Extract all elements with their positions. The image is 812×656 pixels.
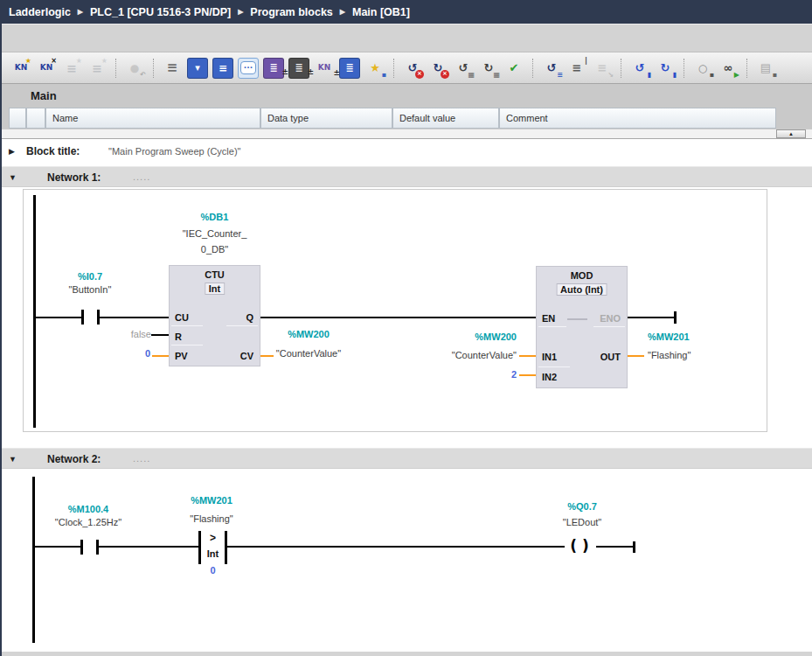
mod-block-title: MOD bbox=[537, 270, 627, 281]
block-name-label: Main bbox=[31, 89, 57, 102]
breadcrumb-item-main-ob1[interactable]: Main [OB1] bbox=[352, 6, 410, 18]
collapse-interface-button[interactable]: ▲ bbox=[776, 129, 806, 138]
pin-out[interactable]: OUT bbox=[600, 352, 621, 362]
toolbar-icon-delete-network[interactable]: KN× bbox=[36, 58, 57, 79]
operand-display-dropdown-icon[interactable]: ± bbox=[307, 67, 314, 76]
network-2-comment-placeholder[interactable]: ..... bbox=[133, 453, 150, 464]
toolbar-icon-go-to-definition[interactable]: ↺≡ bbox=[541, 58, 562, 79]
pin-in2[interactable]: IN2 bbox=[542, 372, 557, 382]
operand-name[interactable]: "CounterValue" bbox=[385, 350, 517, 360]
toolbar-icon-expand-statement[interactable]: ≡| bbox=[566, 58, 587, 79]
ctu-block-type[interactable]: Int bbox=[205, 283, 225, 295]
toolbar-icon-find-and-replace[interactable]: ○▪ bbox=[692, 58, 713, 79]
toolbar-icon-jump-backward[interactable]: ↺▮ bbox=[629, 58, 650, 79]
coil-ledout[interactable]: ( ) bbox=[561, 539, 598, 554]
toolbar-icon-data-block-protection[interactable]: ▤▪ bbox=[755, 58, 776, 79]
breadcrumb-item-program-blocks[interactable]: Program blocks bbox=[250, 6, 332, 18]
operand-name[interactable]: "LEDout" bbox=[530, 517, 635, 527]
comparator-operator[interactable]: > bbox=[198, 532, 227, 544]
toolbar-icon-network-title-display[interactable]: ≣ bbox=[339, 58, 360, 79]
network-2-header[interactable]: ▼ Network 2: ..... bbox=[2, 448, 812, 469]
in2-input-value[interactable]: 2 bbox=[429, 369, 517, 380]
pin-in1[interactable]: IN1 bbox=[542, 352, 557, 362]
contact-clock[interactable] bbox=[80, 540, 99, 555]
toolbar-icon-expand-all-networks[interactable]: ≡ bbox=[212, 58, 233, 79]
pin-cu[interactable]: CU bbox=[175, 312, 189, 323]
interface-splitter[interactable] bbox=[2, 129, 812, 139]
ladder-wire bbox=[596, 546, 634, 548]
comparator-value[interactable]: 0 bbox=[198, 565, 227, 576]
ladder-wire bbox=[34, 546, 80, 548]
toolbar-icon-network-overview[interactable]: ≡ bbox=[162, 58, 183, 79]
header-cell-default-value[interactable]: Default value bbox=[392, 108, 499, 129]
header-cell-data-type[interactable]: Data type bbox=[260, 108, 392, 129]
header-cell-comment[interactable]: Comment bbox=[499, 108, 776, 129]
operand-address[interactable]: %MW200 bbox=[385, 331, 517, 342]
next-error-badge-icon: × bbox=[441, 70, 449, 79]
ctu-block[interactable]: CTU Int CU Q R PV CV bbox=[169, 265, 260, 366]
operand-name[interactable]: "CounterValue" bbox=[256, 348, 361, 359]
toolbar-icon-collapse-statement[interactable]: ≡↘ bbox=[592, 58, 613, 79]
toolbar-icon-address-tag-display[interactable]: KN± bbox=[314, 58, 335, 79]
network-1-header[interactable]: ▼ Network 1: ..... bbox=[2, 166, 812, 187]
toolbar-icon-insert-row[interactable]: ≡★ bbox=[61, 58, 82, 79]
toolbar-icon-toggle-network-comments[interactable]: ··· bbox=[238, 58, 259, 79]
pv-input-value[interactable]: 0 bbox=[80, 348, 150, 359]
pin-r[interactable]: R bbox=[175, 331, 182, 342]
comparator-flashing[interactable]: > Int 0 bbox=[198, 531, 227, 576]
operand-address[interactable]: %Q0.7 bbox=[530, 501, 635, 512]
go-to-definition-badge-icon: ≡ bbox=[557, 72, 563, 79]
toolbar-icon-collapse-all-networks[interactable]: ▾ bbox=[187, 58, 208, 79]
operand-address[interactable]: %M100.4 bbox=[36, 504, 141, 514]
block-title-value[interactable]: "Main Program Sweep (Cycle)" bbox=[108, 146, 240, 157]
network-1-comment-placeholder[interactable]: ..... bbox=[133, 171, 150, 182]
toolbar-icon-operand-display[interactable]: ≣± bbox=[288, 58, 309, 79]
toolbar-icon-insert-network[interactable]: KN★ bbox=[10, 58, 31, 79]
toolbar-icon-absolute-symbolic-operands[interactable]: ≣± bbox=[263, 58, 284, 79]
contact-bar bbox=[81, 310, 84, 325]
mod-block[interactable]: MOD Auto (Int) EN ENO IN1 OUT IN2 bbox=[536, 266, 628, 388]
toolbar-icon-next-error[interactable]: ↻× bbox=[427, 58, 448, 79]
toolbar-icon-insert-column[interactable]: ≡★ bbox=[87, 58, 108, 79]
contact-buttonin[interactable] bbox=[81, 310, 100, 325]
comparator-data-type[interactable]: Int bbox=[198, 548, 227, 559]
operand-name[interactable]: "Clock_1.25Hz" bbox=[36, 517, 141, 527]
delete-network-badge-icon: × bbox=[51, 58, 57, 65]
db-instance-name-line1[interactable]: "IEC_Counter_ bbox=[160, 228, 269, 239]
db-instance-address[interactable]: %DB1 bbox=[169, 212, 260, 222]
header-cell-name[interactable]: Name bbox=[45, 108, 260, 129]
toolbar-icon-free-form-placement[interactable]: ●↶ bbox=[124, 58, 145, 79]
db-instance-name-line2[interactable]: 0_DB" bbox=[160, 244, 269, 255]
toolbar-icon-jump-forward[interactable]: ↻▮ bbox=[655, 58, 676, 79]
operand-name[interactable]: "ButtonIn" bbox=[38, 284, 142, 295]
mod-block-type[interactable]: Auto (Int) bbox=[556, 283, 607, 296]
expand-statement-badge-icon: | bbox=[585, 58, 587, 65]
pin-eno[interactable]: ENO bbox=[600, 313, 621, 324]
breadcrumb-item-project[interactable]: Ladderlogic bbox=[9, 6, 71, 18]
toolbar-icon-monitoring-on-off[interactable]: ∞▶ bbox=[718, 58, 739, 79]
toolbar-separator bbox=[621, 59, 621, 78]
toolbar-icon-favorites[interactable]: ★▪ bbox=[364, 58, 385, 79]
toolbar-icon-synchronize-block[interactable]: ↻▦ bbox=[478, 58, 499, 79]
toolbar-icon-previous-error[interactable]: ↺× bbox=[402, 58, 423, 79]
expand-block-title-icon[interactable]: ▶ bbox=[9, 147, 15, 156]
breadcrumb-item-plc[interactable]: PLC_1 [CPU 1516-3 PN/DP] bbox=[90, 6, 231, 18]
collapse-network-2-icon[interactable]: ▼ bbox=[9, 455, 17, 464]
toolbar-icon-update-block-call[interactable]: ↺▦ bbox=[453, 58, 474, 79]
pin-q[interactable]: Q bbox=[246, 312, 253, 323]
operand-address[interactable]: %MW200 bbox=[256, 329, 361, 339]
toolbar-icon-consistency-check[interactable]: ✔ bbox=[503, 58, 524, 79]
pin-en[interactable]: EN bbox=[542, 313, 555, 324]
operand-address[interactable]: %MW201 bbox=[648, 331, 761, 342]
absolute-symbolic-operands-dropdown-icon[interactable]: ± bbox=[281, 67, 288, 76]
operand-address[interactable]: %I0.7 bbox=[38, 271, 142, 282]
pin-cv[interactable]: CV bbox=[240, 351, 253, 361]
pin-pv[interactable]: PV bbox=[175, 351, 188, 361]
collapse-network-1-icon[interactable]: ▼ bbox=[9, 173, 17, 182]
operand-address[interactable]: %MW201 bbox=[159, 495, 264, 506]
pin-divider bbox=[538, 366, 570, 367]
r-input-value[interactable]: false bbox=[64, 329, 151, 339]
find-and-replace-badge-icon: ▪ bbox=[710, 72, 714, 79]
operand-name[interactable]: "Flashing" bbox=[648, 350, 761, 360]
operand-name[interactable]: "Flashing" bbox=[159, 513, 264, 524]
